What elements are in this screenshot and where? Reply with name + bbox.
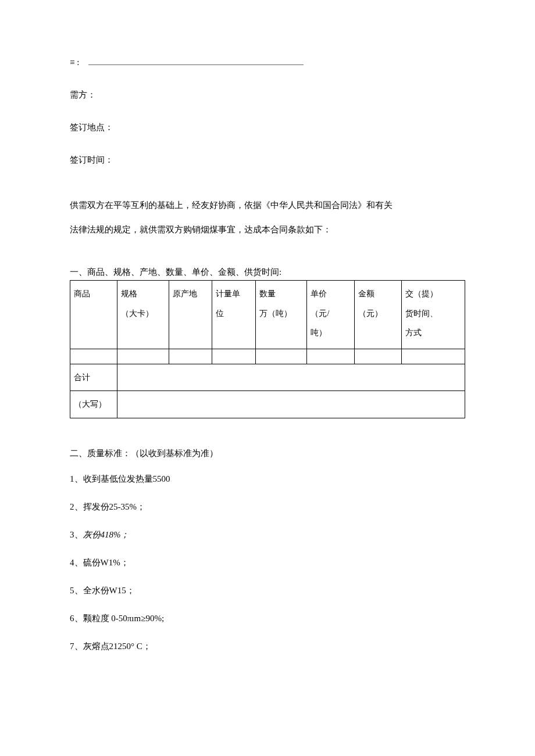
cell-qty bbox=[256, 349, 307, 364]
cell-unit bbox=[212, 349, 256, 364]
col-qty: 数量 万（吨） bbox=[256, 281, 307, 349]
table-data-row bbox=[70, 349, 465, 364]
standard-item-1: 1、收到基低位发热量5500 bbox=[70, 472, 465, 486]
col-delivery: 交（提） 货时间、 方式 bbox=[402, 281, 465, 349]
intro-line-2: 法律法规的规定，就供需双方购销烟煤事宜，达成本合同条款如下： bbox=[70, 217, 465, 242]
goods-table: 商品 规格 （大卡） 原产地 计量单 位 数量 万（吨） 单价 （元/ 吨） 金… bbox=[70, 280, 465, 418]
supplier-field: ≡ : bbox=[70, 55, 465, 69]
buyer-field: 需方： bbox=[70, 88, 465, 102]
table-caps-row: （大写） bbox=[70, 391, 465, 418]
col-amount: 金额 （元） bbox=[354, 281, 401, 349]
table-total-row: 合计 bbox=[70, 364, 465, 391]
sign-place-label: 签订地点： bbox=[70, 123, 113, 132]
standard-item-5: 5、全水份W15； bbox=[70, 583, 465, 597]
cell-amount bbox=[354, 349, 401, 364]
total-label-cell: 合计 bbox=[70, 364, 117, 391]
section-1-title: 一、商品、规格、产地、数量、单价、金额、供货时间: bbox=[70, 265, 465, 279]
intro-line-1: 供需双方在平等互利的基础上，经友好协商，依据《中华人民共和国合同法》和有关 bbox=[70, 193, 465, 217]
supplier-label: ≡ : bbox=[70, 58, 79, 67]
section-2-title: 二、质量标准：（以收到基标准为准） bbox=[70, 446, 465, 460]
cell-product bbox=[70, 349, 117, 364]
caps-label-cell: （大写） bbox=[70, 391, 117, 418]
cell-delivery bbox=[402, 349, 465, 364]
buyer-label: 需方： bbox=[70, 90, 96, 99]
standard-3-prefix: 3、 bbox=[70, 530, 83, 539]
standard-item-2: 2、挥发份25-35%； bbox=[70, 500, 465, 514]
standard-3-italic: 灰份418%； bbox=[83, 530, 130, 539]
cell-price bbox=[307, 349, 354, 364]
total-value-cell bbox=[117, 364, 465, 391]
supplier-underline bbox=[88, 65, 304, 65]
col-price: 单价 （元/ 吨） bbox=[307, 281, 354, 349]
sign-place-field: 签订地点： bbox=[70, 120, 465, 134]
cell-origin bbox=[169, 349, 212, 364]
sign-time-label: 签订时间： bbox=[70, 155, 113, 164]
intro-paragraph: 供需双方在平等互利的基础上，经友好协商，依据《中华人民共和国合同法》和有关 法律… bbox=[70, 193, 465, 242]
col-product: 商品 bbox=[70, 281, 117, 349]
standard-item-7: 7、灰熔点21250° C； bbox=[70, 639, 465, 653]
caps-value-cell bbox=[117, 391, 465, 418]
col-unit: 计量单 位 bbox=[212, 281, 256, 349]
standard-item-6: 6、颗粒度 0-50πım≥90%; bbox=[70, 611, 465, 625]
col-spec: 规格 （大卡） bbox=[117, 281, 169, 349]
cell-spec bbox=[117, 349, 169, 364]
col-origin: 原产地 bbox=[169, 281, 212, 349]
table-header-row: 商品 规格 （大卡） 原产地 计量单 位 数量 万（吨） 单价 （元/ 吨） 金… bbox=[70, 281, 465, 349]
sign-time-field: 签订时间： bbox=[70, 153, 465, 167]
standard-item-4: 4、硫份W1%； bbox=[70, 556, 465, 569]
standard-item-3: 3、灰份418%； bbox=[70, 528, 465, 542]
